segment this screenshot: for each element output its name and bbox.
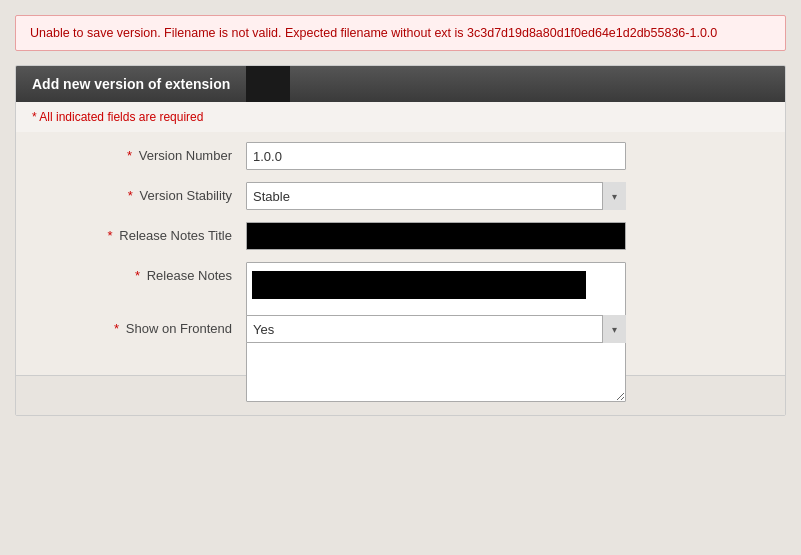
version-number-row: * Version Number — [36, 142, 765, 170]
show-on-frontend-field: Yes No ▾ — [246, 315, 626, 343]
release-notes-row: * Release Notes — [36, 262, 765, 303]
version-stability-select[interactable]: Stable Beta Alpha — [246, 182, 626, 210]
version-number-field — [246, 142, 626, 170]
show-on-frontend-select-wrapper: Yes No ▾ — [246, 315, 626, 343]
version-stability-select-wrapper: Stable Beta Alpha ▾ — [246, 182, 626, 210]
version-number-input[interactable] — [246, 142, 626, 170]
show-on-frontend-row: * Show on Frontend Yes No ▾ — [36, 315, 765, 343]
form-title: Add new version of extension — [16, 66, 246, 102]
required-star: * — [108, 228, 113, 243]
version-stability-field: Stable Beta Alpha ▾ — [246, 182, 626, 210]
form-container: Add new version of extension * All indic… — [15, 65, 786, 416]
form-tab[interactable] — [246, 66, 290, 102]
required-star: * — [128, 188, 133, 203]
release-notes-field — [246, 262, 626, 303]
version-stability-label: * Version Stability — [36, 182, 246, 203]
version-stability-row: * Version Stability Stable Beta Alpha ▾ — [36, 182, 765, 210]
page-wrapper: Unable to save version. Filename is not … — [0, 0, 801, 555]
version-number-label: * Version Number — [36, 142, 246, 163]
required-star: * — [127, 148, 132, 163]
error-message: Unable to save version. Filename is not … — [30, 26, 717, 40]
error-banner: Unable to save version. Filename is not … — [15, 15, 786, 51]
required-note: * All indicated fields are required — [16, 102, 785, 132]
show-on-frontend-select[interactable]: Yes No — [246, 315, 626, 343]
release-notes-label: * Release Notes — [36, 262, 246, 283]
form-header: Add new version of extension — [16, 66, 785, 102]
show-on-frontend-label: * Show on Frontend — [36, 315, 246, 336]
release-notes-title-row: * Release Notes Title — [36, 222, 765, 250]
form-body: * Version Number * Version Stability Sta… — [16, 132, 785, 375]
release-notes-title-input[interactable] — [246, 222, 626, 250]
required-star: * — [135, 268, 140, 283]
release-notes-title-label: * Release Notes Title — [36, 222, 246, 243]
release-notes-title-field — [246, 222, 626, 250]
required-star: * — [114, 321, 119, 336]
